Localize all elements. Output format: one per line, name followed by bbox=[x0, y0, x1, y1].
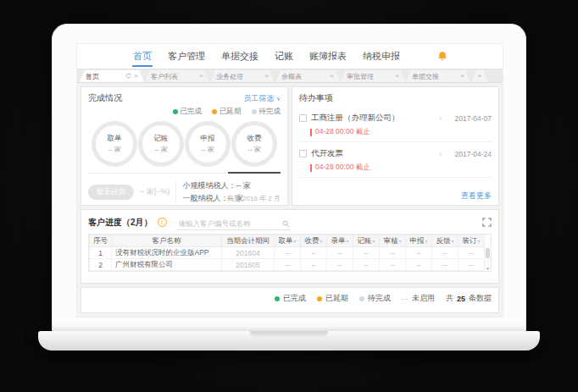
legend-label: 已延期 bbox=[325, 293, 348, 304]
stat-circle-1[interactable]: 取单-- 家 bbox=[92, 121, 137, 167]
scrollbar-thumb[interactable] bbox=[486, 248, 490, 258]
scrollbar-down-arrow[interactable]: ▾ bbox=[485, 266, 491, 271]
divider-dark-segment bbox=[228, 172, 281, 174]
stat-circle-2[interactable]: 记账-- 家 bbox=[138, 121, 184, 167]
tab-bar: 首页×客户列表×业务处理×余额表×审批管理×单据交接×× bbox=[77, 69, 503, 83]
todo-checkbox[interactable] bbox=[299, 114, 307, 122]
employee-filter-link[interactable]: 员工筛选 ∨ bbox=[243, 93, 281, 104]
sort-arrow-icon[interactable]: ▾ bbox=[320, 239, 322, 244]
sort-arrow-icon[interactable]: ▾ bbox=[398, 239, 401, 244]
col-header-1: 序号 bbox=[90, 235, 112, 247]
progress-panel: 客户进度（2月） i bbox=[81, 209, 499, 284]
todo-title: 待办事项 bbox=[299, 92, 333, 104]
table-scrollbar[interactable]: ▾ bbox=[484, 246, 491, 271]
table-row[interactable]: 2广州财税有限公司201605---------------- bbox=[90, 259, 485, 271]
col-header-4[interactable]: 取单▾ bbox=[275, 235, 301, 247]
todo-deadline: 04-28 00:00 截止 bbox=[315, 163, 370, 173]
cell: -- bbox=[406, 259, 432, 271]
stat-circle-4[interactable]: 收费-- 家 bbox=[231, 121, 277, 167]
cell: 201604 bbox=[222, 247, 275, 259]
progress-title: 客户进度（2月） bbox=[88, 217, 153, 229]
tab-label: 审批管理 bbox=[347, 72, 374, 81]
sort-arrow-icon[interactable]: ▾ bbox=[293, 239, 296, 244]
todo-item-date: 2017-04-07 bbox=[446, 114, 492, 123]
completion-legend-item-2: 已延期 bbox=[212, 107, 242, 117]
todo-item-2[interactable]: 代开发票›2017-04-2404-28 00:00 截止 bbox=[299, 142, 492, 178]
col-header-6[interactable]: 录单▾ bbox=[327, 235, 353, 247]
no-plan-button[interactable]: 暂无计划 bbox=[88, 185, 134, 200]
stat-circle-3[interactable]: 申报-- 家 bbox=[185, 121, 231, 167]
close-tab-icon[interactable]: × bbox=[330, 73, 334, 80]
expand-icon[interactable] bbox=[482, 218, 492, 227]
footer-legend-item-2: 已延期 bbox=[317, 293, 348, 304]
app-window: 首页客户管理单据交接记账账簿报表纳税申报 首页×客户列表×业务处理×余额表×审批… bbox=[76, 43, 503, 317]
completion-panel: 完成情况 员工筛选 ∨ 已完成已延期待完成 取单-- 家记账-- 家申报-- 家… bbox=[81, 86, 288, 206]
tab-3[interactable]: 业务处理× bbox=[210, 70, 275, 82]
sort-arrow-icon[interactable]: ▾ bbox=[451, 239, 453, 244]
nav-item-4[interactable]: 记账 bbox=[274, 47, 294, 67]
col-header-7[interactable]: 记账▾ bbox=[353, 235, 380, 247]
chevron-down-icon: ∨ bbox=[276, 96, 281, 102]
search-box bbox=[177, 214, 291, 230]
tab-2[interactable]: 客户列表× bbox=[145, 70, 209, 82]
tab-4[interactable]: 余额表× bbox=[275, 70, 340, 82]
table-row[interactable]: 1没有财税状况时的企业版APP201604---------------- bbox=[90, 247, 485, 259]
todo-item-row: 工商注册（办理新公司）›2017-04-07 bbox=[299, 113, 492, 124]
legend-dot bbox=[359, 296, 364, 301]
col-header-9[interactable]: 申报▾ bbox=[406, 235, 432, 247]
legend-label: 已完成 bbox=[181, 107, 203, 117]
sort-arrow-icon[interactable]: ▾ bbox=[477, 239, 480, 244]
tab-label: 业务处理 bbox=[216, 72, 243, 81]
close-tab-icon[interactable]: × bbox=[478, 73, 482, 80]
col-header-8[interactable]: 审核▾ bbox=[380, 235, 406, 247]
info-icon[interactable]: i bbox=[158, 218, 167, 227]
tab-6[interactable]: 单据交接× bbox=[406, 70, 470, 82]
sort-arrow-icon[interactable]: ▾ bbox=[346, 239, 348, 244]
legend-dot bbox=[252, 109, 257, 114]
nav-item-2[interactable]: 客户管理 bbox=[167, 47, 206, 67]
tab-7[interactable]: × bbox=[471, 70, 488, 82]
chevron-right-icon[interactable]: › bbox=[439, 114, 442, 123]
customer-search-input[interactable] bbox=[177, 218, 291, 230]
completion-legend: 已完成已延期待完成 bbox=[88, 107, 281, 117]
nav-item-5[interactable]: 账簿报表 bbox=[308, 47, 347, 67]
refresh-icon[interactable] bbox=[125, 73, 131, 80]
todo-checkbox[interactable] bbox=[299, 150, 307, 157]
tab-1[interactable]: 首页× bbox=[80, 70, 144, 82]
legend-dot bbox=[317, 296, 322, 301]
vertical-divider bbox=[175, 181, 176, 203]
close-tab-icon[interactable]: × bbox=[460, 73, 464, 80]
chevron-right-icon[interactable]: › bbox=[439, 150, 442, 158]
close-tab-icon[interactable]: × bbox=[395, 73, 399, 80]
cell: -- bbox=[380, 259, 406, 271]
notification-bell-icon[interactable] bbox=[437, 51, 447, 62]
progress-table-wrap: 序号客户名称当期会计期间取单▾收费▾录单▾记账▾审核▾申报▾反馈▾装订▾ 1没有… bbox=[88, 234, 492, 272]
taxpayer-line-1: 小规模纳税人：-- 家 bbox=[182, 179, 251, 192]
sort-arrow-icon[interactable]: ▾ bbox=[372, 239, 375, 244]
nav-item-1[interactable]: 首页 bbox=[132, 47, 153, 67]
close-tab-icon[interactable]: × bbox=[199, 73, 203, 80]
view-more-link[interactable]: 查看更多 bbox=[461, 190, 492, 202]
table-body: 1没有财税状况时的企业版APP201604----------------2广州… bbox=[90, 247, 485, 271]
todo-deadline-row: 04-28 00:00 截止 bbox=[310, 127, 492, 137]
close-tab-icon[interactable]: × bbox=[264, 73, 269, 80]
cell: -- bbox=[432, 259, 459, 271]
nav-item-6[interactable]: 纳税申报 bbox=[362, 47, 401, 67]
sort-arrow-icon[interactable]: ▾ bbox=[425, 239, 427, 244]
completion-title: 完成情况 bbox=[88, 92, 122, 104]
laptop-mockup: 首页客户管理单据交接记账账簿报表纳税申报 首页×客户列表×业务处理×余额表×审批… bbox=[38, 8, 540, 352]
footer-legend-item-3: 待完成 bbox=[359, 293, 391, 304]
status-legend: 已完成已延期待完成--未启用 共 25 条数据 bbox=[81, 288, 498, 304]
close-tab-icon[interactable]: × bbox=[134, 73, 138, 80]
tab-icons: × bbox=[460, 73, 464, 80]
cell: -- bbox=[432, 247, 459, 259]
todo-item-1[interactable]: 工商注册（办理新公司）›2017-04-0704-28 00:00 截止 bbox=[299, 107, 492, 142]
content-area: 完成情况 员工筛选 ∨ 已完成已延期待完成 取单-- 家记账-- 家申报-- 家… bbox=[77, 83, 503, 317]
col-header-10[interactable]: 反馈▾ bbox=[432, 235, 459, 247]
circle-value: -- 家 bbox=[247, 145, 261, 154]
col-header-5[interactable]: 收费▾ bbox=[301, 235, 327, 247]
tab-5[interactable]: 审批管理× bbox=[341, 70, 405, 82]
col-header-11[interactable]: 装订▾ bbox=[459, 235, 485, 247]
nav-item-3[interactable]: 单据交接 bbox=[220, 47, 259, 67]
laptop-screen-bezel: 首页客户管理单据交接记账账簿报表纳税申报 首页×客户列表×业务处理×余额表×审批… bbox=[52, 24, 526, 334]
